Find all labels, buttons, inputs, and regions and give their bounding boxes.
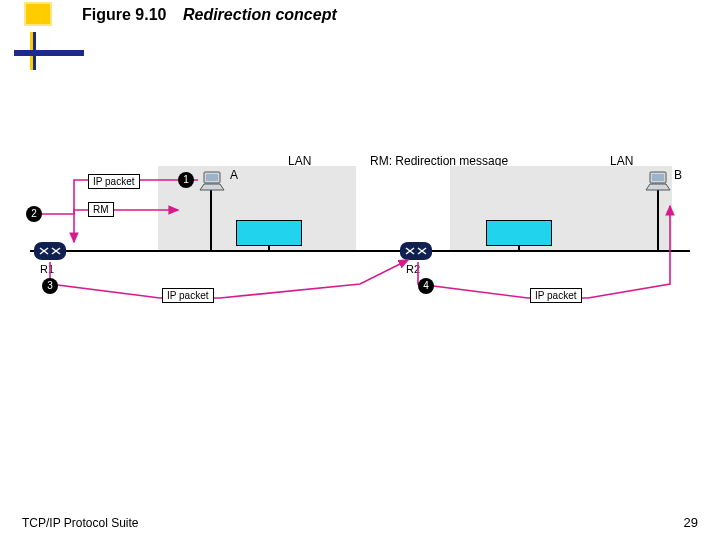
page-number: 29 — [684, 515, 698, 530]
step-3: 3 — [42, 278, 58, 294]
step-1: 1 — [178, 172, 194, 188]
tag-ip-packet: IP packet — [162, 288, 214, 303]
step-4: 4 — [418, 278, 434, 294]
figure-caption: Redirection concept — [183, 6, 337, 23]
tag-rm: RM — [88, 202, 114, 217]
step-2: 2 — [26, 206, 42, 222]
tag-ip-packet: IP packet — [88, 174, 140, 189]
figure-number: Figure 9.10 — [82, 6, 166, 23]
slide-accent — [24, 2, 52, 26]
diagram-canvas: RM: Redirection message LAN LAN R1 R2 A … — [30, 150, 690, 350]
accent-underline — [14, 50, 84, 56]
figure-title: Figure 9.10 Redirection concept — [82, 6, 337, 24]
tag-ip-packet: IP packet — [530, 288, 582, 303]
footer-text: TCP/IP Protocol Suite — [22, 516, 139, 530]
